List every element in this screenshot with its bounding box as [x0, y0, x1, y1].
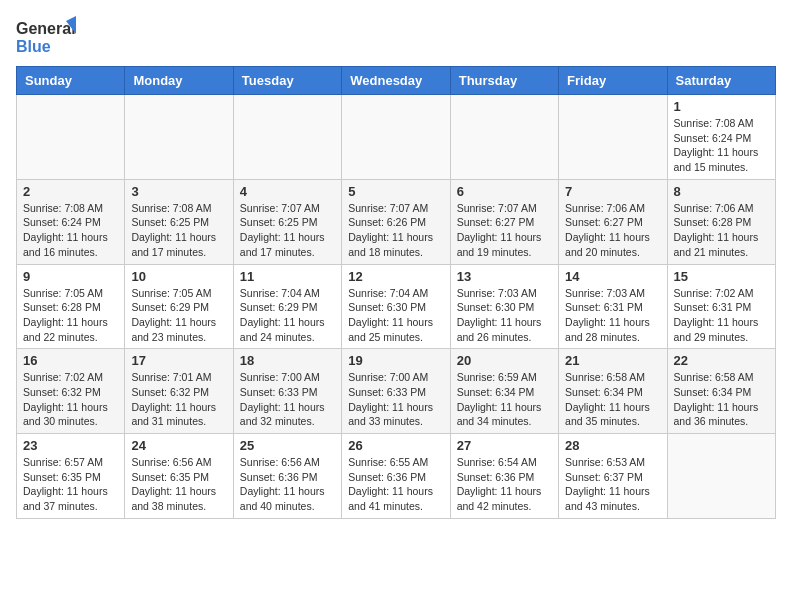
day-number: 23	[23, 438, 118, 453]
calendar-day-cell	[342, 95, 450, 180]
calendar-day-cell: 17Sunrise: 7:01 AM Sunset: 6:32 PM Dayli…	[125, 349, 233, 434]
day-info: Sunrise: 7:07 AM Sunset: 6:25 PM Dayligh…	[240, 201, 335, 260]
calendar-day-cell	[233, 95, 341, 180]
calendar-day-cell: 22Sunrise: 6:58 AM Sunset: 6:34 PM Dayli…	[667, 349, 775, 434]
logo: GeneralBlue	[16, 16, 76, 56]
calendar-day-cell: 7Sunrise: 7:06 AM Sunset: 6:27 PM Daylig…	[559, 179, 667, 264]
calendar-day-cell: 13Sunrise: 7:03 AM Sunset: 6:30 PM Dayli…	[450, 264, 558, 349]
calendar-header-row: SundayMondayTuesdayWednesdayThursdayFrid…	[17, 67, 776, 95]
day-number: 25	[240, 438, 335, 453]
day-number: 1	[674, 99, 769, 114]
day-info: Sunrise: 6:56 AM Sunset: 6:35 PM Dayligh…	[131, 455, 226, 514]
day-number: 21	[565, 353, 660, 368]
calendar-day-cell: 26Sunrise: 6:55 AM Sunset: 6:36 PM Dayli…	[342, 434, 450, 519]
weekday-header: Friday	[559, 67, 667, 95]
day-number: 7	[565, 184, 660, 199]
day-info: Sunrise: 7:00 AM Sunset: 6:33 PM Dayligh…	[240, 370, 335, 429]
day-number: 16	[23, 353, 118, 368]
calendar-day-cell: 27Sunrise: 6:54 AM Sunset: 6:36 PM Dayli…	[450, 434, 558, 519]
day-number: 10	[131, 269, 226, 284]
day-number: 24	[131, 438, 226, 453]
weekday-header: Saturday	[667, 67, 775, 95]
day-info: Sunrise: 7:08 AM Sunset: 6:25 PM Dayligh…	[131, 201, 226, 260]
day-info: Sunrise: 7:03 AM Sunset: 6:30 PM Dayligh…	[457, 286, 552, 345]
day-number: 15	[674, 269, 769, 284]
day-info: Sunrise: 6:57 AM Sunset: 6:35 PM Dayligh…	[23, 455, 118, 514]
day-info: Sunrise: 7:06 AM Sunset: 6:27 PM Dayligh…	[565, 201, 660, 260]
logo-svg: GeneralBlue	[16, 16, 76, 56]
calendar-day-cell: 24Sunrise: 6:56 AM Sunset: 6:35 PM Dayli…	[125, 434, 233, 519]
day-number: 11	[240, 269, 335, 284]
calendar-day-cell: 23Sunrise: 6:57 AM Sunset: 6:35 PM Dayli…	[17, 434, 125, 519]
day-info: Sunrise: 7:07 AM Sunset: 6:27 PM Dayligh…	[457, 201, 552, 260]
day-number: 19	[348, 353, 443, 368]
calendar-day-cell: 11Sunrise: 7:04 AM Sunset: 6:29 PM Dayli…	[233, 264, 341, 349]
calendar-day-cell: 18Sunrise: 7:00 AM Sunset: 6:33 PM Dayli…	[233, 349, 341, 434]
calendar-day-cell: 15Sunrise: 7:02 AM Sunset: 6:31 PM Dayli…	[667, 264, 775, 349]
day-info: Sunrise: 7:02 AM Sunset: 6:31 PM Dayligh…	[674, 286, 769, 345]
calendar-day-cell	[17, 95, 125, 180]
calendar-week-row: 23Sunrise: 6:57 AM Sunset: 6:35 PM Dayli…	[17, 434, 776, 519]
calendar-day-cell	[667, 434, 775, 519]
calendar-day-cell: 21Sunrise: 6:58 AM Sunset: 6:34 PM Dayli…	[559, 349, 667, 434]
calendar-day-cell: 8Sunrise: 7:06 AM Sunset: 6:28 PM Daylig…	[667, 179, 775, 264]
day-info: Sunrise: 7:05 AM Sunset: 6:28 PM Dayligh…	[23, 286, 118, 345]
day-info: Sunrise: 6:58 AM Sunset: 6:34 PM Dayligh…	[674, 370, 769, 429]
svg-text:Blue: Blue	[16, 38, 51, 55]
weekday-header: Thursday	[450, 67, 558, 95]
day-info: Sunrise: 7:05 AM Sunset: 6:29 PM Dayligh…	[131, 286, 226, 345]
svg-text:General: General	[16, 20, 76, 37]
day-info: Sunrise: 6:53 AM Sunset: 6:37 PM Dayligh…	[565, 455, 660, 514]
weekday-header: Tuesday	[233, 67, 341, 95]
day-info: Sunrise: 7:07 AM Sunset: 6:26 PM Dayligh…	[348, 201, 443, 260]
day-info: Sunrise: 7:03 AM Sunset: 6:31 PM Dayligh…	[565, 286, 660, 345]
day-info: Sunrise: 7:06 AM Sunset: 6:28 PM Dayligh…	[674, 201, 769, 260]
day-number: 27	[457, 438, 552, 453]
day-number: 22	[674, 353, 769, 368]
weekday-header: Monday	[125, 67, 233, 95]
day-number: 4	[240, 184, 335, 199]
calendar-day-cell: 9Sunrise: 7:05 AM Sunset: 6:28 PM Daylig…	[17, 264, 125, 349]
calendar-table: SundayMondayTuesdayWednesdayThursdayFrid…	[16, 66, 776, 519]
calendar-day-cell: 25Sunrise: 6:56 AM Sunset: 6:36 PM Dayli…	[233, 434, 341, 519]
day-number: 9	[23, 269, 118, 284]
day-info: Sunrise: 6:55 AM Sunset: 6:36 PM Dayligh…	[348, 455, 443, 514]
day-info: Sunrise: 6:54 AM Sunset: 6:36 PM Dayligh…	[457, 455, 552, 514]
day-number: 3	[131, 184, 226, 199]
calendar-day-cell: 14Sunrise: 7:03 AM Sunset: 6:31 PM Dayli…	[559, 264, 667, 349]
day-number: 20	[457, 353, 552, 368]
day-number: 5	[348, 184, 443, 199]
calendar-day-cell	[559, 95, 667, 180]
calendar-day-cell: 3Sunrise: 7:08 AM Sunset: 6:25 PM Daylig…	[125, 179, 233, 264]
day-info: Sunrise: 6:58 AM Sunset: 6:34 PM Dayligh…	[565, 370, 660, 429]
calendar-week-row: 16Sunrise: 7:02 AM Sunset: 6:32 PM Dayli…	[17, 349, 776, 434]
calendar-day-cell: 4Sunrise: 7:07 AM Sunset: 6:25 PM Daylig…	[233, 179, 341, 264]
day-info: Sunrise: 7:08 AM Sunset: 6:24 PM Dayligh…	[23, 201, 118, 260]
calendar-day-cell: 20Sunrise: 6:59 AM Sunset: 6:34 PM Dayli…	[450, 349, 558, 434]
day-number: 18	[240, 353, 335, 368]
day-info: Sunrise: 7:04 AM Sunset: 6:29 PM Dayligh…	[240, 286, 335, 345]
calendar-day-cell: 12Sunrise: 7:04 AM Sunset: 6:30 PM Dayli…	[342, 264, 450, 349]
day-number: 12	[348, 269, 443, 284]
weekday-header: Sunday	[17, 67, 125, 95]
calendar-week-row: 2Sunrise: 7:08 AM Sunset: 6:24 PM Daylig…	[17, 179, 776, 264]
day-number: 28	[565, 438, 660, 453]
calendar-day-cell: 1Sunrise: 7:08 AM Sunset: 6:24 PM Daylig…	[667, 95, 775, 180]
day-number: 6	[457, 184, 552, 199]
day-number: 8	[674, 184, 769, 199]
calendar-day-cell: 19Sunrise: 7:00 AM Sunset: 6:33 PM Dayli…	[342, 349, 450, 434]
calendar-day-cell	[450, 95, 558, 180]
calendar-day-cell: 2Sunrise: 7:08 AM Sunset: 6:24 PM Daylig…	[17, 179, 125, 264]
calendar-day-cell: 16Sunrise: 7:02 AM Sunset: 6:32 PM Dayli…	[17, 349, 125, 434]
day-info: Sunrise: 7:04 AM Sunset: 6:30 PM Dayligh…	[348, 286, 443, 345]
weekday-header: Wednesday	[342, 67, 450, 95]
calendar-day-cell: 6Sunrise: 7:07 AM Sunset: 6:27 PM Daylig…	[450, 179, 558, 264]
day-info: Sunrise: 7:00 AM Sunset: 6:33 PM Dayligh…	[348, 370, 443, 429]
page-header: GeneralBlue	[16, 16, 776, 56]
day-info: Sunrise: 7:01 AM Sunset: 6:32 PM Dayligh…	[131, 370, 226, 429]
calendar-day-cell: 5Sunrise: 7:07 AM Sunset: 6:26 PM Daylig…	[342, 179, 450, 264]
day-info: Sunrise: 7:02 AM Sunset: 6:32 PM Dayligh…	[23, 370, 118, 429]
calendar-day-cell: 28Sunrise: 6:53 AM Sunset: 6:37 PM Dayli…	[559, 434, 667, 519]
day-number: 14	[565, 269, 660, 284]
day-number: 17	[131, 353, 226, 368]
